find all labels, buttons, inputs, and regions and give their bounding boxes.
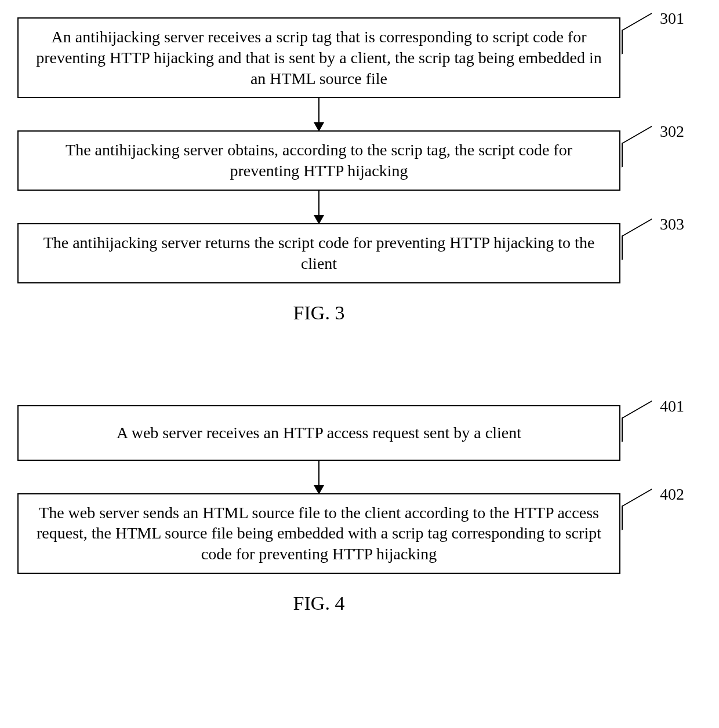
leader-line (622, 401, 652, 442)
step-box: The web server sends an HTML source file… (17, 493, 620, 574)
step-text: A web server receives an HTTP access req… (117, 424, 521, 442)
figure-4: A web server receives an HTTP access req… (17, 405, 702, 614)
reference-numeral: 303 (660, 215, 684, 234)
reference-numeral: 301 (660, 9, 684, 28)
step-text: The antihijacking server returns the scr… (43, 234, 595, 272)
leader-line (622, 126, 652, 168)
leader-line (622, 13, 652, 54)
arrow-down (17, 98, 620, 130)
arrow-down (17, 461, 620, 493)
step-text: An antihijacking server receives a scrip… (36, 28, 602, 88)
leader-line (622, 219, 652, 260)
step-box: The antihijacking server returns the scr… (17, 223, 620, 283)
flow-step: The antihijacking server obtains, accord… (17, 130, 702, 191)
reference-numeral: 402 (660, 485, 684, 504)
figure-caption: FIG. 4 (17, 592, 620, 614)
arrow-down (17, 191, 620, 223)
step-box: A web server receives an HTTP access req… (17, 405, 620, 461)
leader-line (622, 489, 652, 530)
step-text: The web server sends an HTML source file… (37, 504, 601, 563)
figure-3: An antihijacking server receives a scrip… (17, 17, 702, 324)
flow-step: The antihijacking server returns the scr… (17, 223, 702, 283)
flow-step: An antihijacking server receives a scrip… (17, 17, 702, 98)
step-box: The antihijacking server obtains, accord… (17, 130, 620, 191)
step-box: An antihijacking server receives a scrip… (17, 17, 620, 98)
flow-step: The web server sends an HTML source file… (17, 493, 702, 574)
step-text: The antihijacking server obtains, accord… (66, 141, 572, 180)
flow-step: A web server receives an HTTP access req… (17, 405, 702, 461)
reference-numeral: 401 (660, 397, 684, 416)
reference-numeral: 302 (660, 122, 684, 141)
figure-caption: FIG. 3 (17, 302, 620, 324)
